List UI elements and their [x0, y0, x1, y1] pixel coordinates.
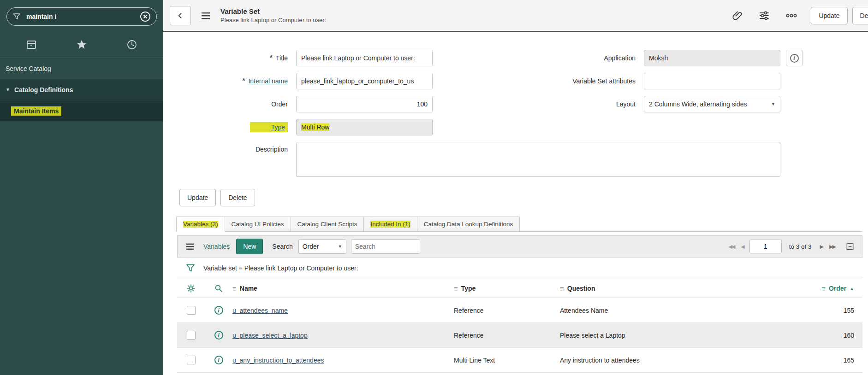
attributes-label: Variable Set attributes	[529, 77, 644, 85]
row-select-cell	[177, 331, 205, 340]
column-header-type[interactable]: ≡ Type	[454, 285, 560, 293]
column-header-order[interactable]: ≡ Order ▲	[791, 285, 862, 293]
row-name-link[interactable]: u_please_select_a_laptop	[232, 332, 454, 339]
row-range-label: to 3 of 3	[789, 243, 812, 250]
row-checkbox[interactable]	[187, 356, 196, 364]
variables-list: Variables New Search Order ▼ ◀◀ ◀ to 3 o…	[177, 235, 862, 373]
row-name-link[interactable]: u_attendees_name	[232, 307, 454, 314]
form-titles: Variable Set Please link Laptop or Compu…	[220, 7, 326, 23]
tab-catalog-ui-policies[interactable]: Catalog UI Policies	[225, 217, 291, 232]
list-header-row: ≡ Name ≡ Type ≡ Question ≡ Order ▲	[177, 279, 862, 298]
row-info-icon[interactable]	[214, 306, 223, 315]
row-order-cell: 165	[791, 357, 862, 364]
attributes-field[interactable]	[644, 73, 780, 89]
update-button[interactable]: Update	[179, 189, 216, 206]
tab-catalog-client-scripts[interactable]: Catalog Client Scripts	[291, 217, 364, 232]
row-question-cell: Attendees Name	[560, 307, 791, 314]
column-header-name[interactable]: ≡ Name	[232, 285, 454, 293]
column-menu-icon[interactable]: ≡	[232, 285, 237, 293]
collapse-list-icon[interactable]	[843, 241, 857, 252]
tab-variables[interactable]: Variables (3)	[176, 217, 225, 232]
search-field-select[interactable]: Order ▼	[298, 239, 346, 254]
internal-name-label: *Internal name	[163, 77, 296, 85]
filter-breadcrumb[interactable]: Variable set = Please link Laptop or Com…	[203, 264, 358, 272]
first-page-icon[interactable]: ◀◀	[727, 244, 735, 250]
new-button[interactable]: New	[236, 239, 263, 254]
tab-included-in[interactable]: Included In (1)	[363, 217, 417, 232]
internal-name-field[interactable]	[296, 73, 433, 89]
row-order-cell: 160	[791, 332, 862, 339]
tab-catalog-data-lookup-definitions[interactable]: Catalog Data Lookup Definitions	[417, 217, 520, 232]
row-info-icon[interactable]	[214, 356, 223, 364]
description-field[interactable]	[296, 142, 780, 177]
required-marker-icon: *	[270, 54, 273, 62]
application-info-button[interactable]	[786, 50, 803, 66]
sidebar-item-label: Catalog Definitions	[14, 86, 73, 94]
app-root: Service Catalog ▼ Catalog Definitions Ma…	[0, 0, 868, 375]
filter-funnel-icon[interactable]	[185, 263, 196, 273]
pagination: ◀◀ ◀ to 3 of 3 ▶ ▶▶	[727, 240, 836, 253]
favorites-star-icon[interactable]	[73, 39, 90, 51]
list-settings-gear-icon[interactable]	[177, 283, 205, 293]
sidebar-menu: Service Catalog ▼ Catalog Definitions Ma…	[0, 58, 163, 122]
sidebar: Service Catalog ▼ Catalog Definitions Ma…	[0, 0, 163, 375]
application-field: Moksh	[644, 50, 780, 66]
table-row: u_attendees_name Reference Attendees Nam…	[177, 298, 862, 323]
row-select-cell	[177, 306, 205, 315]
sidebar-filter-input[interactable]	[25, 12, 140, 21]
order-label: Order	[163, 100, 296, 108]
title-field[interactable]	[296, 50, 433, 66]
list-search-icon[interactable]	[205, 283, 232, 293]
row-info-icon[interactable]	[214, 331, 223, 340]
page-title: Variable Set	[220, 7, 326, 15]
list-filter-row: Variable set = Please link Laptop or Com…	[177, 258, 862, 279]
column-menu-icon[interactable]: ≡	[560, 285, 564, 293]
personalize-sliders-icon[interactable]	[756, 10, 773, 22]
row-type-cell: Reference	[454, 332, 560, 339]
chevron-down-icon: ▼	[771, 102, 775, 106]
list-title-link[interactable]: Variables	[203, 243, 230, 250]
search-label: Search	[272, 243, 292, 250]
type-label: Type	[163, 123, 296, 131]
column-menu-icon[interactable]: ≡	[454, 285, 458, 293]
form-buttons: Update Delete	[179, 189, 868, 206]
header-delete-button[interactable]: Delete	[852, 7, 868, 24]
header-update-button[interactable]: Update	[811, 7, 847, 24]
row-name-link[interactable]: u_any_instruction_to_attendees	[232, 357, 454, 364]
form-content: *Title Application Moksh *Internal name	[163, 32, 868, 375]
form-context-menu-icon[interactable]	[197, 10, 214, 22]
main-area: Variable Set Please link Laptop or Compu…	[163, 0, 868, 375]
column-menu-icon[interactable]: ≡	[821, 285, 826, 293]
more-options-icon[interactable]	[783, 10, 800, 22]
page-number-input[interactable]	[749, 240, 782, 253]
history-clock-icon[interactable]	[124, 39, 140, 51]
layout-select[interactable]: 2 Columns Wide, alternating sides ▼	[644, 96, 780, 112]
row-type-cell: Reference	[454, 307, 560, 314]
last-page-icon[interactable]: ▶▶	[828, 244, 836, 250]
sidebar-item-catalog-definitions[interactable]: ▼ Catalog Definitions	[0, 79, 163, 100]
delete-button[interactable]: Delete	[220, 189, 255, 206]
sidebar-filter-box[interactable]	[6, 7, 157, 26]
attachment-paperclip-icon[interactable]	[729, 10, 746, 22]
order-field[interactable]	[296, 96, 433, 112]
type-label-highlight: Type	[250, 122, 288, 132]
row-checkbox[interactable]	[187, 306, 196, 315]
next-page-icon[interactable]: ▶	[819, 244, 824, 250]
all-applications-icon[interactable]	[23, 39, 40, 51]
collapse-caret-icon: ▼	[6, 87, 10, 92]
previous-page-icon[interactable]: ◀	[740, 244, 744, 250]
list-search-input[interactable]	[351, 239, 420, 254]
back-button[interactable]	[170, 6, 191, 25]
chevron-down-icon: ▼	[338, 244, 342, 249]
sidebar-item-service-catalog[interactable]: Service Catalog	[0, 58, 163, 79]
row-checkbox[interactable]	[187, 331, 196, 340]
clear-search-icon[interactable]	[140, 11, 151, 22]
sidebar-item-maintain-items[interactable]: Maintain Items	[0, 100, 163, 122]
required-marker-icon: *	[242, 77, 245, 85]
sidebar-search-area	[0, 0, 163, 31]
column-header-question[interactable]: ≡ Question	[560, 285, 791, 293]
list-context-menu-icon[interactable]	[182, 241, 198, 252]
row-type-cell: Multi Line Text	[454, 357, 560, 364]
application-label: Application	[529, 54, 644, 62]
table-row: u_please_select_a_laptop Reference Pleas…	[177, 323, 862, 348]
